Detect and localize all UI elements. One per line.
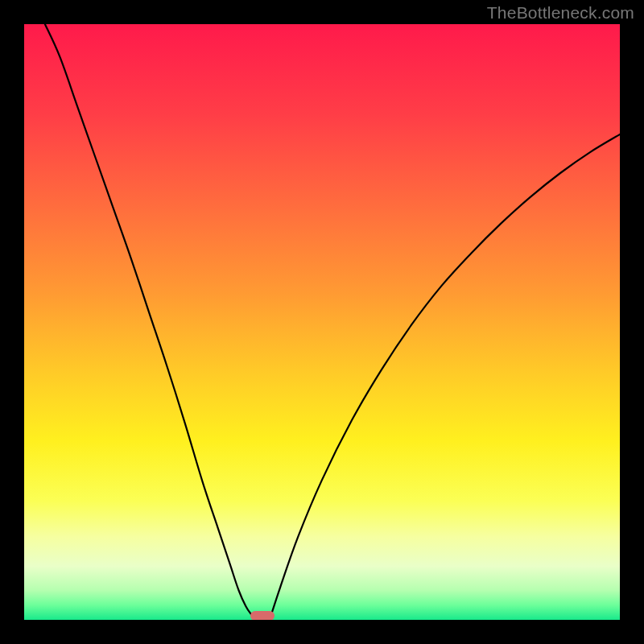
chart-frame: TheBottleneck.com (0, 0, 644, 644)
watermark-text: TheBottleneck.com (487, 3, 634, 23)
left-curve (45, 24, 255, 620)
bottleneck-marker (250, 611, 275, 620)
curve-layer (24, 24, 620, 620)
plot-area (24, 24, 620, 620)
right-curve (270, 134, 620, 620)
